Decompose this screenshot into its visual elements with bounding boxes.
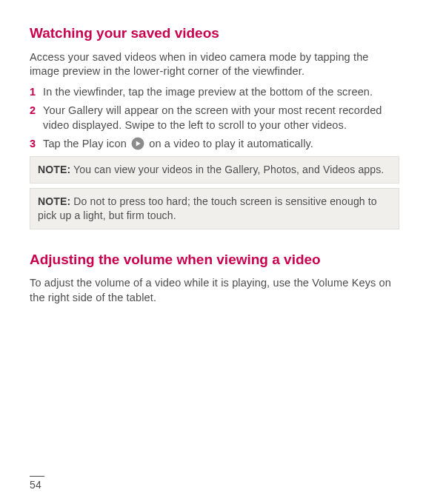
section-heading: Watching your saved videos [30,24,399,43]
section-intro: Access your saved videos when in video c… [30,50,399,79]
note-text: Do not to press too hard; the touch scre… [38,195,377,221]
steps-list: 1 In the viewfinder, tap the image previ… [30,85,399,152]
step-item: 2 Your Gallery will appear on the screen… [30,104,399,132]
step-item: 1 In the viewfinder, tap the image previ… [30,85,399,100]
note-label: NOTE: [38,164,70,175]
step-text-after: on a video to play it automatically. [149,138,313,149]
step-item: 3 Tap the Play icon on a video to play i… [30,137,399,152]
step-text: In the viewfinder, tap the image preview… [43,85,399,100]
section-adjusting-volume: Adjusting the volume when viewing a vide… [30,250,399,306]
step-text-before: Tap the Play icon [43,138,127,149]
note-box: NOTE: Do not to press too hard; the touc… [30,188,399,229]
step-number: 3 [30,137,43,152]
page-number: 54 [30,476,44,492]
play-icon [131,137,144,150]
section-heading: Adjusting the volume when viewing a vide… [30,250,399,269]
step-number: 1 [30,85,43,100]
step-number: 2 [30,104,43,118]
note-label: NOTE: [38,195,70,207]
note-text: You can view your videos in the Gallery,… [70,164,384,175]
step-text: Tap the Play icon on a video to play it … [43,137,399,152]
note-box: NOTE: You can view your videos in the Ga… [30,156,399,184]
section-watching-saved-videos: Watching your saved videos Access your s… [30,24,399,229]
step-text: Your Gallery will appear on the screen w… [43,104,399,132]
section-text: To adjust the volume of a video while it… [30,276,399,305]
